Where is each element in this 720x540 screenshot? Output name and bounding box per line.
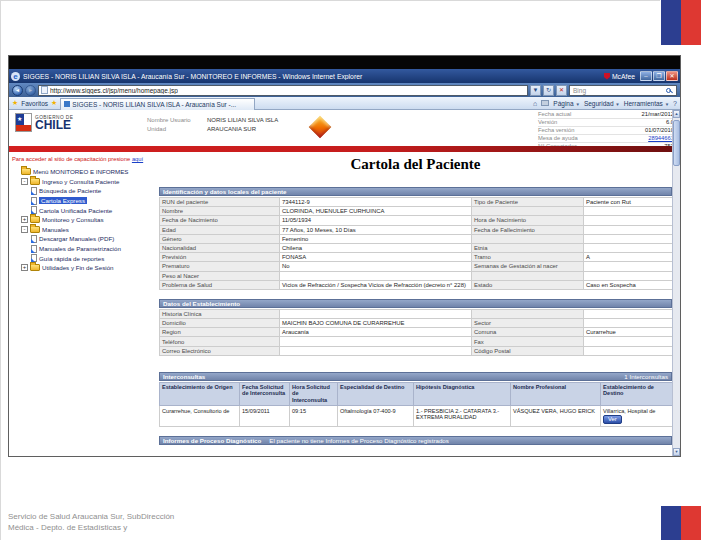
chevron-down-icon: ▼	[575, 102, 579, 107]
url-text: http://www.sigges.cl/jsp/menu/homepage.j…	[50, 87, 178, 94]
address-dropdown-icon[interactable]: ▼	[530, 85, 541, 96]
sidebar-item-manuales[interactable]: - Manuales	[9, 225, 159, 235]
sidebar-item-cartola-express[interactable]: Cartola Express	[9, 196, 159, 206]
scroll-down-icon[interactable]: ▼	[673, 448, 680, 456]
tree-collapse-icon[interactable]: -	[21, 226, 28, 233]
address-bar[interactable]: http://www.sigges.cl/jsp/menu/homepage.j…	[38, 85, 528, 96]
info-row: Mesa de ayuda28944661	[538, 135, 674, 143]
informes-empty-note: El paciente no tiene Informes de Proceso…	[269, 437, 449, 444]
tree-collapse-icon[interactable]: -	[21, 178, 28, 185]
add-favorite-icon[interactable]: ★	[51, 99, 57, 107]
table-header-row: Establecimiento de Origen Fecha Solicitu…	[160, 382, 673, 405]
field-row: NombreCLORINDA, HUENULEF CURHUINCA	[160, 207, 673, 216]
info-row: Fecha actual21/mar/2012	[538, 111, 674, 119]
section-header-establecimiento: Datos del Establecimiento	[159, 299, 672, 308]
vertical-scrollbar[interactable]: ▲ ▼	[672, 110, 680, 456]
page-title: Cartola del Paciente	[159, 156, 672, 173]
page-menu-button[interactable]: Página ▼	[553, 100, 580, 107]
page-icon	[31, 187, 37, 195]
help-desk-link[interactable]: 28944661	[648, 135, 674, 142]
content-area: Para acceder al sitio de capacitación pr…	[9, 153, 672, 456]
field-row: TeléfonoFax	[160, 337, 673, 346]
scrollbar-thumb[interactable]	[673, 120, 680, 166]
table-row: Curarrehue, Consultorio de 15/09/2011 09…	[160, 405, 673, 427]
training-site-link[interactable]: aquí	[132, 156, 143, 162]
field-row: PrematuroNoSemanas de Gestación al nacer	[160, 262, 673, 271]
maximize-button[interactable]: ❐	[653, 71, 665, 81]
footer-line-2: Médica - Depto. de Estadísticas y	[8, 523, 174, 534]
home-icon[interactable]: ⌂	[533, 100, 537, 107]
flag-star-icon: ★	[16, 114, 24, 125]
browser-screenshot: e SIGGES - NORIS LILIAN SILVA ISLA - Ara…	[8, 55, 681, 457]
presentation-slide: Servicio de Salud Araucania Sur, SubDire…	[0, 0, 720, 540]
ver-button[interactable]: Ver	[603, 415, 622, 424]
safety-menu-button[interactable]: Seguridad ▼	[584, 100, 620, 107]
favorites-button[interactable]: Favoritos	[21, 100, 48, 107]
field-row: Peso al Nacer	[160, 271, 673, 280]
interconsultas-table: Establecimiento de Origen Fecha Solicitu…	[159, 382, 673, 427]
search-icon	[666, 88, 671, 93]
sidebar-item-ingreso-consulta-paciente[interactable]: - Ingreso y Consulta Paciente	[9, 177, 159, 187]
header-red-stripe	[9, 146, 680, 152]
unit-value: ARAUCANIA SUR	[207, 125, 278, 134]
field-row: Correo ElectrónicoCódigo Postal	[160, 346, 673, 355]
establecimiento-table: Historia Clínica DomicilioMAICHIN BAJO C…	[159, 309, 673, 356]
page-icon	[31, 235, 37, 243]
mcafee-shield-icon	[604, 73, 610, 80]
browser-tab[interactable]: SIGGES - NORIS LILIAN SILVA ISLA - Arauc…	[60, 98, 255, 110]
chevron-down-icon: ▼	[615, 102, 619, 107]
page-favicon	[41, 86, 48, 94]
refresh-icon[interactable]: ↻	[543, 85, 554, 96]
field-row: Historia Clínica	[160, 309, 673, 318]
mcafee-toolbar-button[interactable]: McAfee	[604, 73, 635, 80]
user-info-block: Nombre Usuario NORIS LILIAN SILVA ISLA U…	[147, 116, 278, 134]
sigges-site-header: ★ GOBIERNO DE CHILE Nombre Usuario NORIS…	[9, 110, 680, 146]
sidebar-item-utilidades-fin-sesion[interactable]: + Utilidades y Fin de Sesión	[9, 263, 159, 273]
print-icon[interactable]	[541, 100, 549, 106]
accent-bar-red-bottom	[681, 506, 701, 540]
folder-icon	[30, 264, 40, 271]
tools-menu-button[interactable]: Herramientas ▼	[624, 100, 669, 107]
favorites-star-icon: ★	[12, 99, 18, 107]
folder-icon	[30, 216, 40, 223]
identificacion-table: RUN del paciente7344112-9Tipo de Pacient…	[159, 197, 673, 290]
page-icon	[31, 206, 37, 214]
folder-icon	[30, 178, 40, 185]
scroll-up-icon[interactable]: ▲	[673, 110, 680, 118]
window-titlebar: e SIGGES - NORIS LILIAN SILVA ISLA - Ara…	[9, 69, 680, 83]
help-icon[interactable]: ?	[673, 100, 677, 107]
search-input[interactable]: Bing	[569, 85, 677, 96]
stop-icon[interactable]: ✕	[556, 85, 567, 96]
navigation-bar: ◄ ► http://www.sigges.cl/jsp/menu/homepa…	[9, 83, 680, 97]
info-row: Fecha versión01/07/2010	[538, 127, 674, 135]
section-header-identificacion: Identificación y datos locales del pacie…	[159, 187, 672, 196]
chile-coat-of-arms-icon: ★	[15, 113, 32, 132]
section-header-informes: Informes de Proceso Diagnóstico El pacie…	[159, 436, 672, 445]
session-info-block: Fecha actual21/mar/2012 Versión6.0 Fecha…	[538, 111, 674, 151]
tab-title: SIGGES - NORIS LILIAN SILVA ISLA - Arauc…	[72, 101, 236, 108]
sidebar-item-manuales-parametrizacion[interactable]: Manuales de Parametrización	[9, 244, 159, 254]
unit-label: Unidad	[147, 125, 207, 134]
sidebar-item-descargar-manuales[interactable]: Descargar Manuales (PDF)	[9, 234, 159, 244]
tree-expand-icon[interactable]: +	[21, 264, 28, 271]
back-button[interactable]: ◄	[12, 85, 23, 96]
slide-left-border	[0, 0, 1, 540]
chevron-down-icon: ▼	[665, 102, 669, 107]
sidebar-menu: Para acceder al sitio de capacitación pr…	[9, 153, 159, 456]
forward-button[interactable]: ►	[25, 85, 36, 96]
accent-bar-red-top	[681, 0, 701, 45]
sidebar-item-busqueda-de-paciente[interactable]: Búsqueda de Paciente	[9, 186, 159, 196]
minimize-button[interactable]: –	[640, 71, 652, 81]
cartola-main-panel: Cartola del Paciente Identificación y da…	[159, 153, 672, 456]
field-row: Fecha de Nacimiento11/05/1934Hora de Nac…	[160, 216, 673, 225]
section-header-interconsultas: Interconsultas 1 Interconsultas	[159, 372, 672, 381]
field-row: GéneroFemenino	[160, 234, 673, 243]
close-button[interactable]: ✕	[666, 71, 678, 81]
user-value: NORIS LILIAN SILVA ISLA	[207, 116, 278, 125]
ie-logo-icon: e	[11, 72, 20, 81]
training-site-notice: Para acceder al sitio de capacitación pr…	[12, 156, 157, 163]
tab-favicon	[64, 101, 70, 107]
tree-expand-icon[interactable]: +	[21, 216, 28, 223]
page-content-area: ★ GOBIERNO DE CHILE Nombre Usuario NORIS…	[9, 110, 680, 456]
footer-line-1: Servicio de Salud Araucania Sur, SubDire…	[8, 512, 174, 523]
